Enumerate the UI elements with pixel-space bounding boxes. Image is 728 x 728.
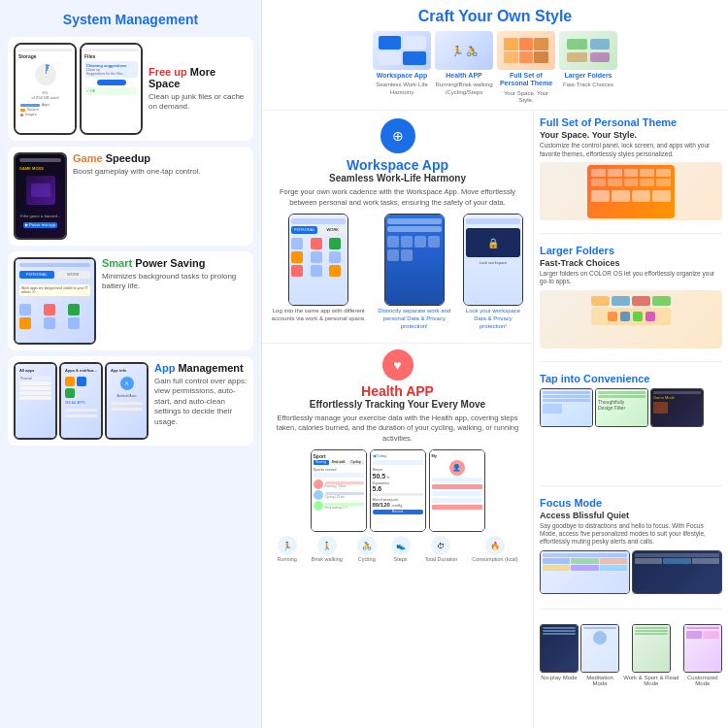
power-section: PERSONAL WORK Work apps are badged and v… [8, 251, 253, 350]
mode-label-3: Work & Sport & Read Mode [621, 675, 681, 686]
power-title: Smart Power Saving [102, 257, 248, 269]
craft-thumb-folders [559, 31, 617, 70]
health-section: ♥ Health APP Effortlessly Tracking Your … [262, 344, 533, 728]
ws-caption-2: Distinctly separate work and personal Da… [372, 308, 457, 330]
tap-screen-1 [541, 389, 592, 426]
app-phone-1: All apps Personal [14, 362, 57, 440]
app-screen-3: App info A Android Auto [107, 364, 147, 438]
workspace-main-desc: Forge your own work cadence with the Wor… [270, 187, 525, 208]
divider-1 [540, 233, 722, 234]
focus-phone-1 [540, 550, 630, 594]
health-activities: 🏃 Running 🚶 Brisk walking 🚴 Cycling [270, 536, 525, 562]
personal-theme-desc: Customize the control panel, lock screen… [540, 142, 722, 158]
larger-folders-title: Larger Folders [540, 245, 722, 256]
activity-steps: 👟 Steps [391, 536, 411, 562]
ws-phone-col-1: PERSONAL WORK [270, 214, 368, 330]
personal-theme-thumb [540, 162, 722, 220]
mode-label-1: No-play Mode [541, 675, 577, 680]
mode-screen-3 [633, 625, 670, 672]
craft-thumb-workspace [373, 31, 431, 70]
workspace-phones: PERSONAL WORK [270, 214, 525, 330]
personal-theme-title: Full Set of Personal Theme [540, 116, 722, 128]
health-main-desc: Effortlessly manage your exercise data w… [270, 414, 525, 445]
app-phones: All apps Personal [14, 362, 149, 440]
storage-phones: Storage 6%of 254 GB used Apps [14, 43, 143, 135]
health-phone-2: ◀ Today Steps 50.5 k Dynamics 5.6 Blood … [370, 449, 426, 532]
activity-running-label: Running [277, 556, 297, 562]
tap-screen-2: ThoughtfullyDesign Filter [596, 389, 647, 426]
left-panel: System Management Storage 6%of 254 GB us… [0, 0, 262, 728]
craft-item-folders: Larger Folders Fast-Track Choices [559, 31, 617, 89]
craft-thumb-health: 🏃 🚴 [435, 31, 493, 70]
storage-phone-2: Files Cleaning suggestions Clean upSugge… [80, 43, 143, 135]
game-title: Game Speedup [73, 152, 248, 164]
workspace-main-subtitle: Seamless Work-Life Harmony [270, 173, 525, 183]
workspace-icon: ⊕ [381, 118, 415, 153]
app-screen-2: Apps & notifica... SEE ALL APPS [61, 364, 101, 438]
power-desc: Minimizes background tasks to prolong ba… [102, 272, 248, 292]
power-screen-1: PERSONAL WORK Work apps are badged and v… [16, 259, 94, 343]
personal-theme-section: Full Set of Personal Theme Your Space. Y… [540, 116, 722, 222]
ws-caption-1: Log into the same app with different acc… [270, 308, 368, 323]
craft-item-workspace: Workspace App Seamless Work-Life Harmony [373, 31, 431, 96]
ws-phone-col-3: 🔒 Lock workspace Lock your workspace Dat… [461, 214, 525, 330]
game-phone: GAME MODE If the game is banned... ▶ Pau… [14, 152, 67, 240]
health-screen-1: Sport Running Brisk walk Cycling Sports … [312, 450, 366, 531]
mode-phone-2 [580, 624, 619, 673]
health-phone-3: My 👤 [429, 449, 485, 532]
craft-label-folders: Larger Folders [564, 72, 612, 80]
divider-3 [540, 485, 722, 486]
focus-screen-2 [633, 551, 721, 593]
focus-section: Focus Mode Access Blissful Quiet Say goo… [540, 497, 722, 599]
right-content: ⊕ Workspace App Seamless Work-Life Harmo… [262, 111, 728, 728]
tap-section: Tap into Convenience [540, 373, 722, 475]
ws-screen-2 [385, 215, 444, 305]
larger-folders-section: Larger Folders Fast-Track Choices Larger… [540, 245, 722, 350]
activity-steps-label: Steps [394, 556, 408, 562]
activity-cycling-label: Cycling [358, 556, 376, 562]
craft-item-personal: Full Set of Personal Theme Your Space. Y… [497, 31, 555, 104]
focus-screen-1 [541, 551, 629, 593]
craft-label-personal: Full Set of Personal Theme [497, 72, 555, 88]
mode-label-2: Meditation Mode [580, 675, 619, 686]
app-phone-3: App info A Android Auto [105, 362, 149, 440]
main-container: System Management Storage 6%of 254 GB us… [0, 0, 728, 728]
larger-folders-thumb [540, 290, 722, 348]
right-panel: Craft Your Own Style [262, 0, 728, 728]
health-icon: ♥ [382, 349, 414, 381]
personal-theme-subtitle: Your Space. Your Style. [540, 130, 722, 140]
mode-section: No-play Mode Meditation Mode [540, 620, 722, 722]
craft-section: Craft Your Own Style [262, 0, 728, 111]
storage-desc: Clean up junk files or cache on demand. [149, 92, 248, 113]
health-phone-1: Sport Running Brisk walk Cycling Sports … [311, 449, 367, 532]
larger-folders-desc: Larger folders on COLOR OS let you effor… [540, 270, 722, 286]
craft-label-health: Health APP [446, 72, 481, 80]
tap-title: Tap into Convenience [540, 373, 722, 384]
mode-screen-2 [581, 625, 618, 672]
storage-phone-1: Storage 6%of 254 GB used Apps [14, 43, 77, 135]
mode-phone-col-3: Work & Sport & Read Mode [621, 624, 681, 686]
workspace-main-title: Workspace App [270, 157, 525, 173]
tap-phones: ThoughtfullyDesign Filter Game Mode [540, 388, 722, 427]
focus-phones [540, 550, 722, 594]
health-screen-3: My 👤 [430, 450, 484, 531]
app-text: App Management Gain full control over ap… [154, 362, 248, 427]
right-col: Full Set of Personal Theme Your Space. Y… [534, 111, 728, 728]
activity-duration-label: Total Duration [424, 556, 457, 562]
ws-phone-1: PERSONAL WORK [288, 214, 348, 306]
ws-caption-3: Lock your workspace Data & Privacy prote… [461, 308, 525, 330]
power-text: Smart Power Saving Minimizes background … [102, 257, 248, 292]
power-phones: PERSONAL WORK Work apps are badged and v… [14, 257, 96, 345]
game-phones: GAME MODE If the game is banned... ▶ Pau… [14, 152, 67, 240]
craft-items: Workspace App Seamless Work-Life Harmony… [272, 31, 718, 104]
storage-section: Storage 6%of 254 GB used Apps [8, 37, 253, 141]
health-screen-2: ◀ Today Steps 50.5 k Dynamics 5.6 Blood … [371, 450, 425, 531]
mode-phone-3 [632, 624, 671, 673]
mode-phone-col-1: No-play Mode [540, 624, 579, 686]
ws-screen-1: PERSONAL WORK [289, 215, 347, 305]
mode-phone-col-4: Customized Mode [683, 624, 722, 686]
focus-phone-2 [632, 550, 722, 594]
divider-2 [540, 361, 722, 362]
power-phone-1: PERSONAL WORK Work apps are badged and v… [14, 257, 96, 345]
craft-title: Craft Your Own Style [272, 8, 718, 25]
